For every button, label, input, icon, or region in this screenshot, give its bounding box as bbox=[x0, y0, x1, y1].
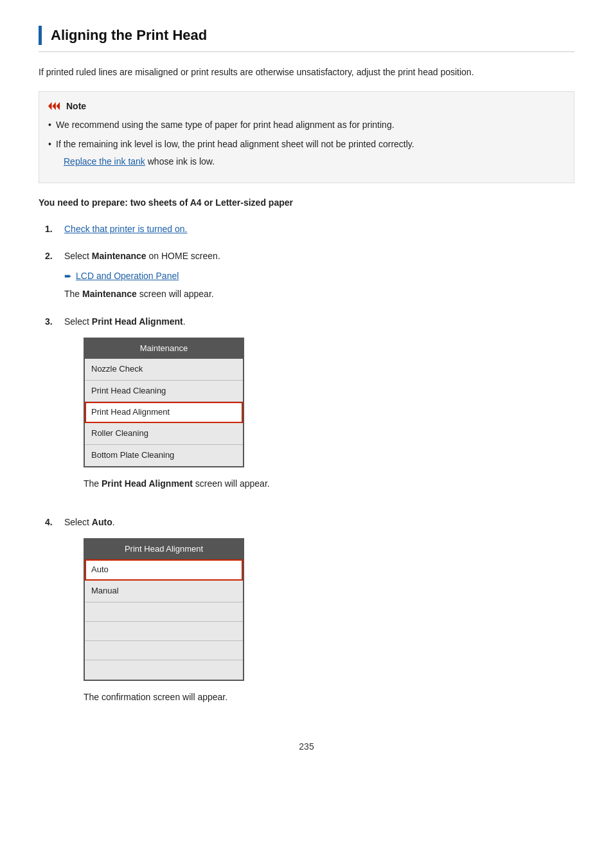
title-accent-bar bbox=[39, 26, 42, 45]
note-item-2: If the remaining ink level is low, the p… bbox=[48, 137, 562, 168]
menu-item-empty-1 bbox=[85, 602, 243, 622]
alignment-lcd-screen: Print Head Alignment Auto Manual bbox=[84, 538, 244, 680]
maintenance-lcd-screen: Maintenance Nozzle Check Print Head Clea… bbox=[84, 338, 244, 467]
menu-item-empty-3 bbox=[85, 641, 243, 660]
arrow-right-icon: ➨ bbox=[64, 269, 72, 283]
step-1-content: Check that printer is turned on. bbox=[64, 222, 574, 236]
svg-marker-0 bbox=[48, 102, 52, 110]
step-1-number: 1. bbox=[45, 222, 64, 236]
page-title-section: Aligning the Print Head bbox=[39, 26, 574, 52]
step-2-note: The Maintenance screen will appear. bbox=[64, 287, 574, 301]
menu-item-bottom-plate-cleaning[interactable]: Bottom Plate Cleaning bbox=[85, 445, 243, 466]
note-item-1: We recommend using the same type of pape… bbox=[48, 118, 562, 132]
note-icon bbox=[48, 101, 62, 111]
step-4-caption: The confirmation screen will appear. bbox=[84, 690, 574, 704]
step-4: 4. Select Auto. Print Head Alignment Aut… bbox=[45, 515, 574, 716]
lcd-panel-link[interactable]: LCD and Operation Panel bbox=[76, 269, 179, 283]
step-1: 1. Check that printer is turned on. bbox=[45, 222, 574, 236]
menu-item-empty-2 bbox=[85, 622, 243, 641]
prepare-text: You need to prepare: two sheets of A4 or… bbox=[39, 197, 574, 208]
menu-item-manual[interactable]: Manual bbox=[85, 581, 243, 602]
steps-container: 1. Check that printer is turned on. 2. S… bbox=[45, 222, 574, 716]
svg-marker-2 bbox=[57, 102, 60, 110]
step-4-content: Select Auto. Print Head Alignment Auto M… bbox=[64, 515, 574, 716]
step-3: 3. Select Print Head Alignment. Maintena… bbox=[45, 314, 574, 503]
menu-item-empty-4 bbox=[85, 660, 243, 680]
alignment-screen-title: Print Head Alignment bbox=[85, 539, 243, 559]
menu-item-nozzle-check[interactable]: Nozzle Check bbox=[85, 359, 243, 381]
step-2-text-after: on HOME screen. bbox=[147, 251, 220, 261]
step-4-number: 4. bbox=[45, 515, 64, 716]
intro-text: If printed ruled lines are misaligned or… bbox=[39, 65, 574, 79]
note-list: We recommend using the same type of pape… bbox=[48, 118, 562, 168]
step-2: 2. Select Maintenance on HOME screen. ➨ … bbox=[45, 249, 574, 301]
step-2-bold: Maintenance bbox=[92, 251, 147, 261]
menu-item-auto[interactable]: Auto bbox=[85, 559, 243, 581]
step-2-text-before: Select bbox=[64, 251, 92, 261]
step-1-link[interactable]: Check that printer is turned on. bbox=[64, 224, 187, 234]
step-2-content: Select Maintenance on HOME screen. ➨ LCD… bbox=[64, 249, 574, 301]
page-number: 235 bbox=[39, 741, 574, 752]
page-title: Aligning the Print Head bbox=[51, 26, 207, 45]
note-header: Note bbox=[48, 101, 562, 111]
step-3-content: Select Print Head Alignment. Maintenance… bbox=[64, 314, 574, 503]
menu-item-roller-cleaning[interactable]: Roller Cleaning bbox=[85, 423, 243, 445]
note-box: Note We recommend using the same type of… bbox=[39, 91, 574, 183]
menu-item-print-head-cleaning[interactable]: Print Head Cleaning bbox=[85, 381, 243, 402]
note-label: Note bbox=[66, 101, 86, 111]
note-chevrons-icon bbox=[48, 101, 62, 111]
step-2-number: 2. bbox=[45, 249, 64, 301]
replace-ink-link[interactable]: Replace the ink tank bbox=[64, 154, 145, 168]
maintenance-screen-title: Maintenance bbox=[85, 339, 243, 359]
menu-item-print-head-alignment[interactable]: Print Head Alignment bbox=[85, 402, 243, 423]
step-3-number: 3. bbox=[45, 314, 64, 503]
step-3-caption: The Print Head Alignment screen will app… bbox=[84, 476, 574, 491]
svg-marker-1 bbox=[52, 102, 56, 110]
step-2-sub-item: ➨ LCD and Operation Panel bbox=[64, 269, 574, 283]
